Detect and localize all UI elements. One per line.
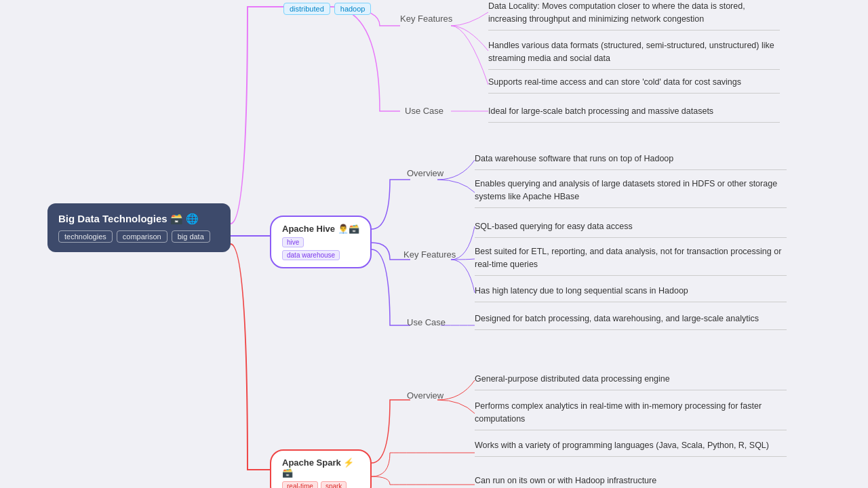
hdfs-feature-3: Supports real-time access and can store …	[488, 76, 780, 94]
hdfs-tags: distributed hadoop	[283, 3, 371, 15]
hive-key-features-label: Key Features	[403, 249, 456, 260]
spark-title: Apache Spark ⚡🗃️	[282, 458, 359, 478]
spark-overview-1: General-purpose distributed data process…	[475, 373, 787, 390]
hadoop-tag: hadoop	[334, 3, 372, 15]
spark-overview-2: Performs complex analytics in real-time …	[475, 400, 787, 430]
hive-tag-warehouse: data warehouse	[282, 250, 340, 260]
distributed-tag: distributed	[283, 3, 330, 15]
hdfs-use-case: Ideal for large-scale batch processing a…	[488, 105, 780, 123]
spark-tag-realtime: real-time	[282, 481, 318, 488]
hive-feature-2: Best suited for ETL, reporting, and data…	[475, 245, 787, 276]
hdfs-use-case-label: Use Case	[405, 106, 443, 116]
hive-overview-1: Data warehouse software that runs on top…	[475, 152, 787, 170]
hive-feature-1: SQL-based querying for easy data access	[475, 220, 787, 238]
hdfs-feature-2: Handles various data formats (structured…	[488, 39, 780, 70]
hdfs-key-features-label: Key Features	[400, 14, 452, 24]
hdfs-feature-1: Data Locality: Moves computation closer …	[488, 0, 780, 30]
spark-overview-label: Overview	[407, 390, 443, 401]
hive-tags: hive data warehouse	[282, 237, 359, 260]
hive-node[interactable]: Apache Hive 👨‍💼🗃️ hive data warehouse	[270, 216, 372, 268]
tag-bigdata: big data	[172, 230, 210, 243]
tag-technologies: technologies	[58, 230, 113, 243]
hive-overview-label: Overview	[407, 168, 443, 178]
spark-node[interactable]: Apache Spark ⚡🗃️ real-time spark	[270, 449, 372, 488]
central-title: Big Data Technologies 🗃️ 🌐	[58, 213, 220, 225]
hive-use-case: Designed for batch processing, data ware…	[475, 312, 787, 330]
spark-tags: real-time spark	[282, 481, 359, 488]
spark-tag-spark: spark	[321, 481, 347, 488]
tag-comparison: comparison	[117, 230, 167, 243]
spark-feature-1: Works with a variety of programming lang…	[475, 439, 787, 457]
hive-tag-hive: hive	[282, 237, 304, 247]
central-node: Big Data Technologies 🗃️ 🌐 technologies …	[47, 203, 231, 252]
hive-feature-3: Has high latency due to long sequential …	[475, 285, 787, 302]
hive-title: Apache Hive 👨‍💼🗃️	[282, 224, 359, 234]
spark-feature-2: Can run on its own or with Hadoop infras…	[475, 474, 787, 488]
central-tags: technologies comparison big data	[58, 230, 220, 243]
hive-use-case-label: Use Case	[407, 317, 446, 327]
hive-overview-2: Enables querying and analysis of large d…	[475, 178, 787, 208]
